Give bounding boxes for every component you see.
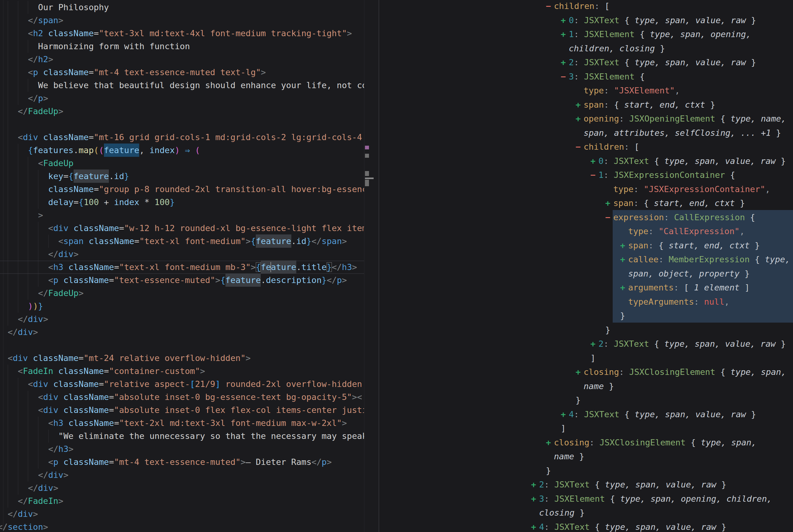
code-line[interactable]: <p className="text-essence-muted">{featu…	[0, 274, 364, 287]
ast-line[interactable]: }	[576, 393, 581, 407]
expand-toggle-icon[interactable]: +	[561, 13, 569, 27]
expand-toggle-icon[interactable]: +	[561, 407, 569, 422]
ast-line[interactable]: +2: JSXText { type, span, value, raw }	[591, 337, 786, 351]
ast-line[interactable]: +closing: JSXClosingElement { type, span…	[576, 365, 786, 379]
ast-line[interactable]: closing }	[539, 506, 584, 520]
code-line[interactable]: "We eliminate the unnecessary so that th…	[0, 430, 364, 443]
code-line[interactable]: >	[0, 209, 364, 222]
expand-toggle-icon[interactable]: +	[531, 492, 539, 506]
expand-toggle-icon[interactable]: +	[561, 27, 569, 41]
code-line[interactable]: </FadeUp>	[0, 105, 364, 118]
code-line[interactable]: <h3 className="text-2xl md:text-3xl font…	[0, 417, 364, 430]
expand-toggle-icon[interactable]: +	[531, 478, 539, 492]
expand-toggle-icon[interactable]: +	[620, 281, 628, 295]
code-line[interactable]: </h3>	[0, 443, 364, 456]
ast-line[interactable]: typeArguments: null,	[628, 295, 729, 309]
code-line[interactable]: </div>	[0, 481, 364, 495]
ast-line[interactable]: −children: [	[546, 0, 610, 13]
expand-toggle-icon[interactable]: +	[576, 365, 584, 379]
code-line[interactable]: </div>	[0, 313, 364, 326]
ast-pane[interactable]: −children: [+0: JSXText { type, span, va…	[379, 0, 793, 532]
code-line[interactable]: We believe that beautiful design should …	[0, 79, 364, 92]
ast-line[interactable]: +4: JSXText { type, span, value, raw }	[561, 407, 756, 422]
code-line[interactable]: <div className="mt-16 grid grid-cols-1 m…	[0, 131, 364, 144]
code-line[interactable]: </section>	[0, 520, 364, 532]
ast-line[interactable]: +arguments: [ 1 element ]	[620, 281, 750, 295]
expand-toggle-icon[interactable]: +	[576, 98, 584, 112]
expand-toggle-icon[interactable]: +	[561, 55, 569, 70]
ast-line[interactable]: +closing: JSXClosingElement { type, span…	[546, 436, 756, 450]
code-line[interactable]: {features.map((feature, index) ⇒ (	[0, 144, 364, 157]
ast-line[interactable]: +2: JSXText { type, span, value, raw }	[531, 478, 727, 492]
ast-line[interactable]: name }	[554, 450, 584, 464]
ast-line[interactable]: span, object, property }	[628, 267, 750, 281]
code-line[interactable]: </div>	[0, 248, 364, 261]
code-line[interactable]: <p className="mt-4 text-essence-muted te…	[0, 66, 364, 79]
ast-line[interactable]: +span: { start, end, ctxt }	[620, 239, 760, 253]
code-line[interactable]: <div className="mt-24 relative overflow-…	[0, 352, 364, 365]
code-line[interactable]: Harmonizing form with function	[0, 40, 364, 53]
collapse-toggle-icon[interactable]: −	[561, 70, 569, 84]
code-line[interactable]: </h2>	[0, 53, 364, 66]
ast-line[interactable]: −expression: CallExpression {	[605, 210, 755, 225]
ast-line[interactable]: ]	[591, 351, 595, 365]
collapse-toggle-icon[interactable]: −	[591, 168, 598, 182]
code-line[interactable]: <h2 className="text-3xl md:text-4xl font…	[0, 27, 364, 40]
code-line[interactable]: </span>	[0, 14, 364, 27]
code-line[interactable]: delay={100 + index * 100}	[0, 196, 364, 209]
ast-line[interactable]: +1: JSXElement { type, span, opening,	[561, 27, 751, 41]
code-line[interactable]: <div className="absolute inset-0 bg-esse…	[0, 391, 364, 404]
code-line[interactable]: className="group p-8 rounded-2xl transit…	[0, 183, 364, 196]
expand-toggle-icon[interactable]: +	[531, 520, 539, 532]
ast-line[interactable]: }	[546, 464, 551, 478]
ast-line[interactable]: type: "JSXElement",	[584, 83, 680, 98]
expand-toggle-icon[interactable]: +	[591, 154, 598, 168]
code-line[interactable]: <div className="relative aspect-[21/9] r…	[0, 378, 364, 391]
code-line[interactable]	[0, 339, 364, 352]
ast-line[interactable]: type: "JSXExpressionContainer",	[613, 182, 770, 196]
ast-line[interactable]: −1: JSXExpressionContainer {	[591, 168, 735, 182]
ast-line[interactable]: name }	[584, 379, 614, 394]
ast-line[interactable]: +2: JSXText { type, span, value, raw }	[561, 55, 756, 70]
ast-line[interactable]: +4: JSXText { type, span, value, raw }	[531, 520, 727, 532]
ast-line[interactable]: }	[620, 309, 625, 323]
code-editor-pane[interactable]: Our Philosophy</span><h2 className="text…	[0, 0, 364, 532]
ast-line[interactable]: +span: { start, end, ctxt }	[576, 98, 715, 112]
collapse-toggle-icon[interactable]: −	[576, 140, 584, 154]
code-line[interactable]: <p className="mt-4 text-essence-muted">—…	[0, 456, 364, 469]
ast-line[interactable]: +span: { start, end, ctxt }	[605, 196, 745, 210]
ast-line[interactable]: +0: JSXText { type, span, value, raw }	[591, 154, 786, 168]
ast-line[interactable]: span, attributes, selfClosing, ... +1 }	[584, 126, 781, 140]
ast-line[interactable]: }	[605, 323, 610, 337]
code-line[interactable]: <h3 className="text-xl font-medium mb-3"…	[0, 261, 364, 274]
code-line[interactable]: </p>	[0, 92, 364, 105]
code-line[interactable]: <FadeUp	[0, 157, 364, 170]
code-line[interactable]: </div>	[0, 326, 364, 339]
code-line[interactable]: key={feature.id}	[0, 170, 364, 183]
collapse-toggle-icon[interactable]: −	[605, 210, 613, 225]
ast-line[interactable]: −3: JSXElement {	[561, 70, 645, 84]
expand-toggle-icon[interactable]: +	[620, 239, 628, 253]
code-line[interactable]: <FadeIn className="container-custom">	[0, 365, 364, 378]
ast-line[interactable]: +opening: JSXOpeningElement { type, name…	[576, 112, 786, 126]
expand-toggle-icon[interactable]: +	[591, 337, 598, 351]
ast-line[interactable]: +callee: MemberExpression { type,	[620, 252, 790, 267]
expand-toggle-icon[interactable]: +	[620, 252, 628, 267]
ast-line[interactable]: children, closing }	[569, 41, 665, 56]
code-line[interactable]: <div className="w-12 h-12 rounded-xl bg-…	[0, 222, 364, 235]
ast-line[interactable]: type: "CallExpression",	[628, 224, 745, 239]
ast-line[interactable]: +0: JSXText { type, span, value, raw }	[561, 13, 756, 27]
code-line[interactable]: </div>	[0, 508, 364, 520]
code-line[interactable]: <span className="text-xl font-medium">{f…	[0, 235, 364, 248]
code-line[interactable]: </div>	[0, 469, 364, 481]
expand-toggle-icon[interactable]: +	[546, 436, 554, 450]
code-line[interactable]: </FadeUp>	[0, 287, 364, 300]
ast-line[interactable]: −children: [	[576, 140, 639, 154]
expand-toggle-icon[interactable]: +	[605, 196, 613, 210]
code-line[interactable]: </FadeIn>	[0, 495, 364, 508]
code-line[interactable]: ))}	[0, 300, 364, 313]
overview-ruler[interactable]	[364, 0, 379, 532]
collapse-toggle-icon[interactable]: −	[546, 0, 554, 13]
ast-line[interactable]: +3: JSXElement { type, span, opening, ch…	[531, 492, 772, 506]
code-line[interactable]: Our Philosophy	[0, 1, 364, 14]
